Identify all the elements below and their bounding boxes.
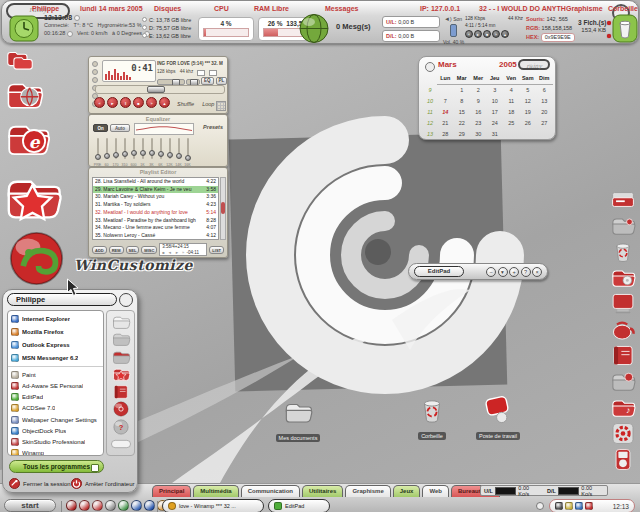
taskbar-tab[interactable]: Web xyxy=(422,485,449,497)
playlist-track[interactable]: 33. Meatloaf - Paradise by the dashboard… xyxy=(93,217,218,225)
calendar-widget[interactable]: Mars 2005 rainy LunMarMerJeuVenSamDim912… xyxy=(418,56,556,140)
start-menu-item[interactable]: ObjectDock Plus xyxy=(8,425,103,436)
calendar-cell[interactable]: 13 xyxy=(536,96,553,107)
rainlendar-logo[interactable]: rainy xyxy=(518,59,550,70)
eq-band-slider[interactable]: 12K xyxy=(165,138,174,166)
folder-icon[interactable] xyxy=(610,214,636,237)
prev-button[interactable]: « xyxy=(465,30,473,38)
calendar-cell[interactable]: Mer xyxy=(470,73,487,85)
help-button[interactable]: ? xyxy=(521,267,531,277)
calendar-cell[interactable]: Mar xyxy=(454,73,471,85)
wincustomize-chameleon-icon[interactable] xyxy=(8,230,65,287)
folder-stack-icon[interactable] xyxy=(6,47,34,72)
start-menu-item[interactable]: Mozilla Firefox xyxy=(8,326,103,339)
calendar-cell[interactable] xyxy=(520,129,537,140)
start-menu-item[interactable]: MSN Messenger 6.2 xyxy=(8,351,103,364)
apple-folder-icon[interactable] xyxy=(610,370,636,393)
calendar-cell[interactable]: 30 xyxy=(470,129,487,140)
calendar-cell[interactable]: Sam xyxy=(520,73,537,85)
media-player-icon[interactable] xyxy=(610,448,636,471)
calendar-cell[interactable]: 12 xyxy=(520,96,537,107)
eq-band-slider[interactable]: 14K xyxy=(174,138,183,166)
playlist-track[interactable]: 28. Lisa Stansfield - All around the wor… xyxy=(93,178,218,186)
playlist-scrollbar[interactable] xyxy=(220,177,226,240)
calendar-cell[interactable]: 5 xyxy=(520,85,537,96)
quick-launch-icon[interactable] xyxy=(79,500,90,511)
sound-control[interactable]: ◄) Son Vol. 40 % xyxy=(443,15,463,46)
winamp-equalizer-window[interactable]: Equalizer On Auto Presets PRE 60 xyxy=(88,114,228,167)
eq-thumb[interactable] xyxy=(122,151,128,157)
tray-icon[interactable] xyxy=(555,502,563,510)
shade-button[interactable]: ▾ xyxy=(498,267,508,277)
eq-band-slider[interactable]: PRE xyxy=(93,138,102,166)
calendar-cell[interactable] xyxy=(536,129,553,140)
stop-button[interactable]: ■ xyxy=(133,97,144,108)
calendar-cell[interactable]: 12 xyxy=(423,118,437,129)
calendar-cell[interactable]: 11 xyxy=(423,107,437,118)
calendar-cell[interactable]: 14 xyxy=(437,107,454,118)
calendar-cell[interactable]: 10 xyxy=(487,96,504,107)
calendar-cell[interactable]: 31 xyxy=(487,129,504,140)
start-menu-item[interactable]: ACDSee 7.0 xyxy=(8,403,103,414)
eq-band-slider[interactable]: 310 xyxy=(120,138,129,166)
help-icon[interactable]: ? xyxy=(110,419,132,435)
loop-toggle[interactable]: Loop xyxy=(202,101,214,107)
shuffle-toggle[interactable]: Shuffle xyxy=(177,101,194,107)
eject-button[interactable]: ▲ xyxy=(159,97,170,108)
my-documents-icon[interactable]: Mes documents xyxy=(268,398,328,444)
pl-toggle-button[interactable]: PL xyxy=(216,77,228,85)
editpad-title-button[interactable]: EditPad xyxy=(414,266,464,277)
calendar-cell[interactable] xyxy=(423,73,437,85)
calendar-cell[interactable]: Jeu xyxy=(487,73,504,85)
quick-launch-icon[interactable] xyxy=(131,500,142,511)
eq-band-slider[interactable]: 60 xyxy=(102,138,111,166)
all-programs-button[interactable]: Tous les programmes xyxy=(9,460,104,473)
recent-documents-folder-icon[interactable] xyxy=(110,331,132,347)
mini-transport-icons[interactable]: ■ ◄ ► » xyxy=(162,250,185,255)
taskbar-tab[interactable]: Communication xyxy=(241,485,300,497)
winamp-main-window[interactable]: 0:41 ING FOR LOVE (5:14) *** 32. M 128 k… xyxy=(88,56,228,114)
eq-thumb[interactable] xyxy=(113,152,119,158)
calendar-cell[interactable]: 29 xyxy=(454,129,471,140)
eq-thumb[interactable] xyxy=(149,150,155,156)
scrollbar-thumb[interactable] xyxy=(221,202,225,214)
clutterbar-icon[interactable] xyxy=(216,101,226,111)
playlist-track[interactable]: 32. Meatloaf - I would do anything for l… xyxy=(93,209,218,217)
calendar-cell[interactable]: 2 xyxy=(470,85,487,96)
calendar-cell[interactable] xyxy=(503,129,520,140)
tray-icon[interactable] xyxy=(575,502,583,510)
calendar-cell[interactable]: 3 xyxy=(487,85,504,96)
my-computer-icon[interactable]: Poste de travail xyxy=(468,396,528,442)
calendar-cell[interactable]: 4 xyxy=(503,85,520,96)
calendar-cell[interactable]: Ven xyxy=(503,73,520,85)
eq-band-slider[interactable]: 3K xyxy=(147,138,156,166)
quick-launch-icon[interactable] xyxy=(105,500,116,511)
start-menu-item[interactable]: Winamp xyxy=(8,448,103,457)
calendar-cell[interactable]: 17 xyxy=(487,107,504,118)
start-menu-item[interactable]: Outlook Express xyxy=(8,339,103,352)
pause-button[interactable]: ‖ xyxy=(120,97,131,108)
start-menu-circle-button[interactable] xyxy=(119,293,133,307)
calendar-cell[interactable]: 24 xyxy=(487,118,504,129)
globe-folder-icon[interactable] xyxy=(4,76,44,113)
eq-band-slider[interactable]: 1K xyxy=(138,138,147,166)
shut-down-button[interactable]: Arrêter l'ordinateur xyxy=(71,478,135,489)
calendar-cell[interactable]: 11 xyxy=(503,96,520,107)
calendar-cell[interactable]: 13 xyxy=(423,129,437,140)
taskbar-tab[interactable]: Utilitaires xyxy=(302,485,343,497)
start-button[interactable]: start xyxy=(4,499,56,512)
start-menu-item[interactable]: Ad-Aware SE Personal xyxy=(8,380,103,391)
teapot-icon[interactable] xyxy=(610,318,636,341)
calendar-cell[interactable]: 27 xyxy=(536,118,553,129)
playlist-track[interactable]: 31. Martika - Toy soldiers 4:23 xyxy=(93,201,218,209)
settings-icon[interactable] xyxy=(110,401,132,417)
quick-launch-icon[interactable] xyxy=(118,500,129,511)
calendar-cell[interactable]: 22 xyxy=(454,118,471,129)
start-menu-item[interactable]: Paint xyxy=(8,369,103,380)
recycle-bin-icon[interactable]: Corbeille xyxy=(402,396,462,442)
calendar-cell[interactable]: 25 xyxy=(503,118,520,129)
playlist-track[interactable]: 29. Marc Lavoine & Claire Keim - Je ne v… xyxy=(93,186,218,194)
eq-thumb[interactable] xyxy=(167,152,173,158)
run-icon[interactable] xyxy=(110,436,132,452)
stop-button[interactable]: ■ xyxy=(483,30,491,38)
